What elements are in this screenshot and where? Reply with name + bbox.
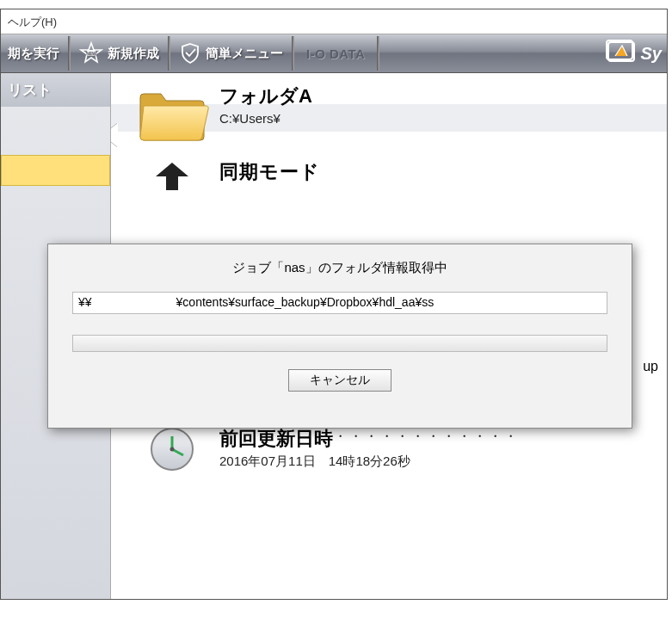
obscured-text: ・・・・・・・・・・・・・・・ [287, 429, 520, 445]
progress-dialog: ジョブ「nas」のフォルダ情報取得中 キャンセル [47, 244, 632, 429]
cancel-button[interactable]: キャンセル [288, 369, 391, 392]
sync-arrow-icon [125, 159, 219, 194]
folder-a-title: フォルダA [219, 83, 660, 109]
toolbar: 期を実行 NEW 新規作成 簡単メニュー I-O DATA Sy [1, 34, 667, 73]
new-button[interactable]: NEW 新規作成 [72, 36, 166, 71]
toolbar-divider [68, 36, 71, 71]
sidebar-item-selected[interactable] [1, 155, 110, 186]
svg-point-14 [170, 447, 175, 452]
folder-a-row: フォルダA C:¥Users¥ [125, 83, 660, 145]
toolbar-divider [292, 36, 294, 71]
sync-logo-icon [605, 37, 638, 70]
toolbar-divider [168, 36, 170, 71]
simple-menu-button[interactable]: 簡単メニュー [172, 36, 290, 71]
toolbar-right: Sy [605, 37, 667, 70]
clock-icon [125, 426, 219, 472]
progress-bar [72, 335, 607, 352]
app-logo-text: Sy [641, 44, 662, 64]
svg-text:NEW: NEW [86, 51, 96, 56]
menubar: ヘルプ(H) [1, 9, 667, 34]
dialog-path-field [72, 292, 607, 314]
folder-a-path: C:¥Users¥ [219, 111, 281, 126]
callout-arrow [111, 123, 118, 147]
last-update-value: 2016年07月11日 14時18分26秒 [219, 453, 410, 468]
execute-sync-button[interactable]: 期を実行 [1, 36, 66, 71]
toolbar-simple-label: 簡単メニュー [206, 46, 283, 62]
sync-mode-row: 同期モード [125, 159, 660, 194]
new-icon: NEW [79, 41, 103, 65]
toolbar-new-label: 新規作成 [108, 46, 159, 62]
toolbar-divider [377, 36, 379, 71]
shield-icon [179, 42, 201, 65]
toolbar-execute-label: 期を実行 [8, 46, 59, 62]
cutoff-text: up [643, 359, 658, 374]
sync-mode-title: 同期モード [219, 159, 660, 185]
iodata-logo: I-O DATA [306, 46, 365, 61]
menu-help[interactable]: ヘルプ(H) [8, 15, 57, 28]
sidebar-title: リスト [1, 73, 110, 107]
folder-icon [125, 83, 219, 145]
dialog-title: ジョブ「nas」のフォルダ情報取得中 [72, 260, 607, 276]
svg-marker-5 [156, 163, 188, 190]
